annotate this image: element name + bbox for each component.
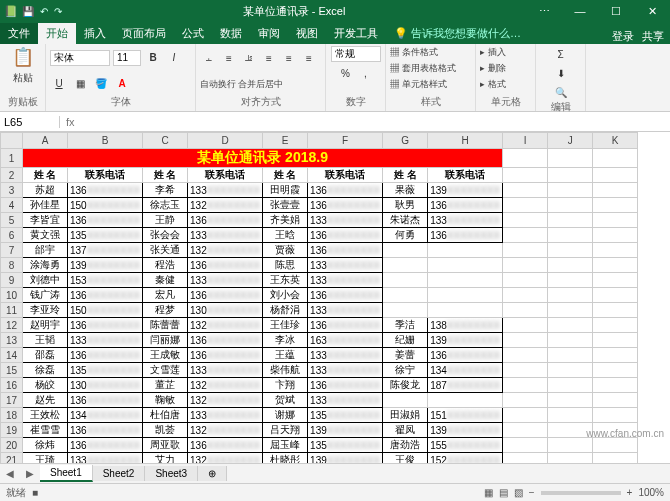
data-cell[interactable]: 王佳珍 (263, 318, 308, 333)
data-cell[interactable]: 135XXXXXXXX (68, 228, 143, 243)
currency-icon[interactable]: % (337, 65, 355, 81)
data-cell[interactable]: 136XXXXXXXX (188, 258, 263, 273)
data-cell[interactable]: 130XXXXXXXX (68, 378, 143, 393)
data-cell[interactable]: 崔雪雪 (23, 423, 68, 438)
data-cell[interactable]: 刘德中 (23, 273, 68, 288)
sheet-tab-2[interactable]: Sheet2 (93, 466, 146, 481)
zoom-level[interactable]: 100% (638, 487, 664, 498)
data-cell[interactable]: 张壹壹 (263, 198, 308, 213)
zoom-out-icon[interactable]: − (529, 487, 535, 498)
header-cell[interactable]: 姓 名 (23, 168, 68, 183)
data-cell[interactable]: 152XXXXXXXX (428, 453, 503, 464)
row-header[interactable]: 2 (1, 168, 23, 183)
data-cell[interactable]: 132XXXXXXXX (188, 453, 263, 464)
tab-layout[interactable]: 页面布局 (114, 23, 174, 44)
font-size-input[interactable] (113, 50, 141, 66)
table-format-button[interactable]: ▦ 套用表格格式 (390, 62, 456, 75)
data-cell[interactable]: 秦健 (143, 273, 188, 288)
data-cell[interactable]: 139XXXXXXXX (308, 453, 383, 464)
data-cell[interactable]: 杨舒涓 (263, 303, 308, 318)
header-cell[interactable]: 联系电话 (308, 168, 383, 183)
format-cells-button[interactable]: ▸ 格式 (480, 78, 506, 91)
underline-icon[interactable]: U (50, 76, 68, 92)
data-cell[interactable]: 130XXXXXXXX (188, 303, 263, 318)
data-cell[interactable]: 程浩 (143, 258, 188, 273)
data-cell[interactable]: 136XXXXXXXX (188, 288, 263, 303)
merge-button[interactable]: 合并后居中 (238, 78, 283, 91)
data-cell[interactable]: 150XXXXXXXX (68, 198, 143, 213)
paste-button[interactable]: 📋 (12, 46, 34, 68)
col-header[interactable]: G (383, 133, 428, 149)
undo-icon[interactable]: ↶ (40, 6, 48, 17)
data-cell[interactable]: 136XXXXXXXX (308, 318, 383, 333)
data-cell[interactable]: 136XXXXXXXX (188, 213, 263, 228)
data-cell[interactable]: 136XXXXXXXX (428, 198, 503, 213)
data-cell[interactable]: 133XXXXXXXX (308, 393, 383, 408)
data-cell[interactable]: 135XXXXXXXX (68, 363, 143, 378)
data-cell[interactable]: 136XXXXXXXX (68, 213, 143, 228)
data-cell[interactable]: 贺斌 (263, 393, 308, 408)
data-cell[interactable]: 136XXXXXXXX (68, 393, 143, 408)
insert-cells-button[interactable]: ▸ 插入 (480, 46, 506, 59)
data-cell[interactable]: 鞠敏 (143, 393, 188, 408)
data-cell[interactable]: 姜蕾 (383, 348, 428, 363)
data-cell[interactable] (428, 393, 503, 408)
data-cell[interactable]: 赵明宇 (23, 318, 68, 333)
align-middle-icon[interactable]: ≡ (220, 51, 238, 67)
data-cell[interactable]: 136XXXXXXXX (188, 333, 263, 348)
data-cell[interactable]: 133XXXXXXXX (188, 273, 263, 288)
data-cell[interactable]: 孙佳星 (23, 198, 68, 213)
data-cell[interactable]: 136XXXXXXXX (68, 288, 143, 303)
data-cell[interactable]: 王韬 (23, 333, 68, 348)
data-cell[interactable]: 陈蕾蕾 (143, 318, 188, 333)
data-cell[interactable]: 136XXXXXXXX (308, 198, 383, 213)
ribbon-options-icon[interactable]: ⋯ (526, 0, 562, 22)
data-cell[interactable]: 邰宇 (23, 243, 68, 258)
data-cell[interactable]: 136XXXXXXXX (308, 183, 383, 198)
data-cell[interactable]: 季洁 (383, 318, 428, 333)
delete-cells-button[interactable]: ▸ 删除 (480, 62, 506, 75)
border-icon[interactable]: ▦ (71, 76, 89, 92)
zoom-slider[interactable] (541, 491, 621, 495)
col-header[interactable]: D (188, 133, 263, 149)
data-cell[interactable]: 133XXXXXXXX (188, 363, 263, 378)
row-header[interactable]: 9 (1, 273, 23, 288)
data-cell[interactable]: 136XXXXXXXX (308, 378, 383, 393)
row-header[interactable]: 12 (1, 318, 23, 333)
data-cell[interactable]: 王成敏 (143, 348, 188, 363)
wrap-text-button[interactable]: 自动换行 (200, 78, 236, 91)
data-cell[interactable]: 135XXXXXXXX (308, 438, 383, 453)
fx-icon[interactable]: fx (60, 116, 81, 128)
data-cell[interactable]: 133XXXXXXXX (308, 363, 383, 378)
fill-icon[interactable]: ⬇ (552, 65, 570, 81)
row-header[interactable]: 11 (1, 303, 23, 318)
row-header[interactable]: 7 (1, 243, 23, 258)
data-cell[interactable] (428, 273, 503, 288)
data-cell[interactable]: 139XXXXXXXX (308, 423, 383, 438)
row-header[interactable]: 1 (1, 149, 23, 168)
data-cell[interactable]: 136XXXXXXXX (308, 243, 383, 258)
maximize-icon[interactable]: ☐ (598, 0, 634, 22)
data-cell[interactable]: 136XXXXXXXX (308, 228, 383, 243)
data-cell[interactable]: 涂海勇 (23, 258, 68, 273)
data-cell[interactable]: 王东英 (263, 273, 308, 288)
sheet-tab-1[interactable]: Sheet1 (40, 465, 93, 482)
data-cell[interactable]: 徐炜 (23, 438, 68, 453)
data-cell[interactable]: 133XXXXXXXX (308, 213, 383, 228)
col-header[interactable]: K (593, 133, 638, 149)
data-cell[interactable]: 136XXXXXXXX (68, 438, 143, 453)
data-cell[interactable]: 王晗 (263, 228, 308, 243)
data-cell[interactable]: 133XXXXXXXX (188, 228, 263, 243)
data-cell[interactable]: 132XXXXXXXX (188, 198, 263, 213)
align-bottom-icon[interactable]: ⫡ (240, 51, 258, 67)
data-cell[interactable]: 徐磊 (23, 363, 68, 378)
name-box[interactable]: L65 (0, 116, 60, 128)
login-link[interactable]: 登录 (612, 29, 634, 44)
data-cell[interactable]: 徐志玉 (143, 198, 188, 213)
data-cell[interactable]: 耿男 (383, 198, 428, 213)
data-cell[interactable]: 赵先 (23, 393, 68, 408)
row-header[interactable]: 14 (1, 348, 23, 363)
row-header[interactable]: 20 (1, 438, 23, 453)
row-header[interactable]: 8 (1, 258, 23, 273)
data-cell[interactable]: 134XXXXXXXX (68, 408, 143, 423)
